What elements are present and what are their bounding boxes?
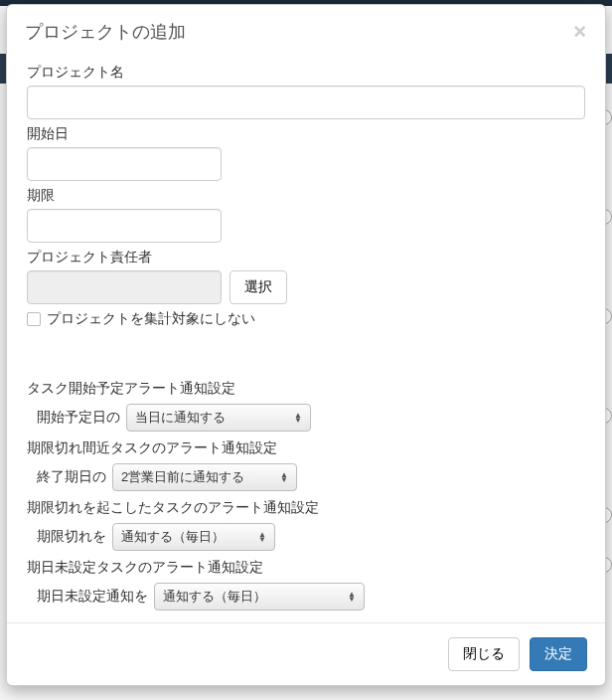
close-icon[interactable]: × [569,21,590,43]
modal-footer: 閉じる 決定 [7,622,605,685]
exclude-checkbox-label: プロジェクトを集計対象にしない [47,310,255,328]
project-name-input[interactable] [27,86,585,119]
due-date-label: 期限 [27,187,585,205]
alert-start-select[interactable]: 当日に通知する ▲▼ [126,404,311,432]
alert-near-due-sublabel: 終了期日の [37,468,106,486]
alert-start-value: 当日に通知する [135,409,286,427]
alert-nodue-value: 通知する（毎日） [163,588,340,606]
submit-button[interactable]: 決定 [530,637,587,671]
alert-overdue-heading: 期限切れを起こしたタスクのアラート通知設定 [27,499,585,517]
add-project-modal: プロジェクトの追加 × プロジェクト名 開始日 期限 プロジェクト責任者 選択 … [6,4,606,686]
project-name-label: プロジェクト名 [27,64,585,82]
start-date-label: 開始日 [27,125,585,143]
project-owner-display [27,270,222,304]
modal-header: プロジェクトの追加 × [7,5,605,56]
alert-overdue-sublabel: 期限切れを [37,528,106,546]
alert-nodue-heading: 期日未設定タスクのアラート通知設定 [27,559,585,577]
select-owner-button[interactable]: 選択 [230,270,287,304]
modal-body: プロジェクト名 開始日 期限 プロジェクト責任者 選択 プロジェクトを集計対象に… [7,56,605,622]
chevron-updown-icon: ▲▼ [280,472,288,482]
exclude-from-aggregate-row[interactable]: プロジェクトを集計対象にしない [27,310,585,328]
project-owner-label: プロジェクト責任者 [27,249,585,266]
alert-nodue-select[interactable]: 通知する（毎日） ▲▼ [154,583,365,611]
alert-nodue-sublabel: 期日未設定通知を [37,588,148,606]
alert-overdue-select[interactable]: 通知する（毎日） ▲▼ [112,523,275,551]
alert-start-sublabel: 開始予定日の [37,409,120,427]
due-date-input[interactable] [27,209,222,243]
alert-near-due-select[interactable]: 2営業日前に通知する ▲▼ [112,463,297,491]
chevron-updown-icon: ▲▼ [258,532,266,542]
start-date-input[interactable] [27,147,222,181]
modal-title: プロジェクトの追加 [25,20,186,44]
alert-overdue-value: 通知する（毎日） [121,528,250,546]
chevron-updown-icon: ▲▼ [294,413,302,423]
close-button[interactable]: 閉じる [448,637,520,671]
alert-near-due-heading: 期限切れ間近タスクのアラート通知設定 [27,439,585,457]
alert-start-heading: タスク開始予定アラート通知設定 [27,380,585,398]
chevron-updown-icon: ▲▼ [348,592,356,602]
exclude-checkbox[interactable] [27,312,41,326]
alert-near-due-value: 2営業日前に通知する [121,468,272,486]
